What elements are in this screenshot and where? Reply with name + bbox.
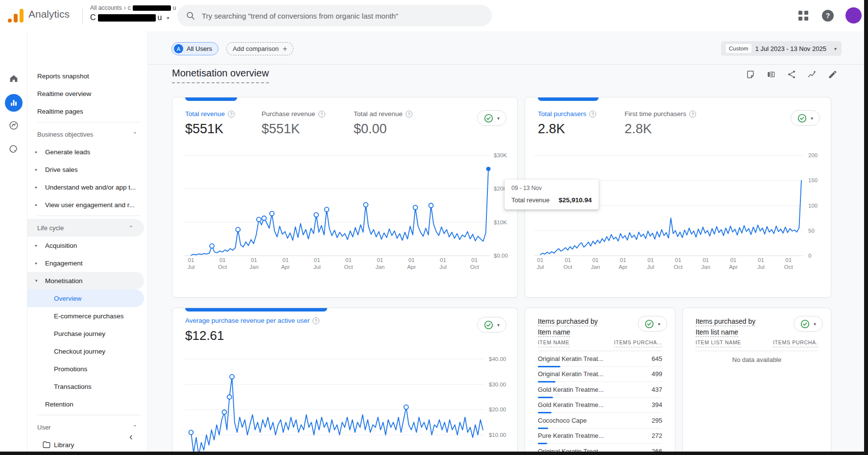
sidebar-item-label: Acquisition bbox=[45, 242, 77, 249]
expand-arrow-icon[interactable]: ▸ bbox=[35, 185, 38, 190]
svg-text:$20.00: $20.00 bbox=[489, 407, 506, 412]
sidebar-item-engagement[interactable]: ▸Engagement bbox=[27, 254, 148, 272]
sidebar-item-understand-web-and-or-app-t[interactable]: ▸Understand web and/or app t... bbox=[27, 178, 148, 196]
home-icon[interactable] bbox=[5, 70, 23, 87]
date-range-picker[interactable]: Custom 1 Jul 2023 - 13 Nov 2025 ▾ bbox=[721, 41, 842, 56]
advertising-icon[interactable] bbox=[5, 141, 23, 158]
chevron-down-icon: ▾ bbox=[814, 321, 816, 327]
sidebar-item-generate-leads[interactable]: ▸Generate leads bbox=[27, 143, 148, 161]
item-name: Original Keratin Treat... bbox=[538, 370, 603, 378]
total-revenue-line-chart[interactable]: $30K$20K$10K$0.0001Jul01Oct01Jan01Apr01J… bbox=[172, 97, 518, 298]
data-quality-chip[interactable]: ▾ bbox=[794, 316, 823, 332]
edit-icon[interactable] bbox=[827, 69, 839, 80]
sidebar-item-drive-sales[interactable]: ▸Drive sales bbox=[27, 161, 148, 178]
svg-text:01: 01 bbox=[471, 257, 478, 263]
svg-text:01: 01 bbox=[758, 257, 764, 263]
check-circle-icon bbox=[800, 319, 810, 329]
chevron-up-icon[interactable]: ⌃ bbox=[133, 131, 137, 138]
report-actions bbox=[745, 69, 839, 80]
expand-arrow-icon[interactable]: ▸ bbox=[35, 261, 38, 265]
expand-arrow-icon[interactable]: ▾ bbox=[35, 278, 38, 283]
sidebar-item-promotions[interactable]: Promotions bbox=[27, 360, 148, 378]
svg-text:Jul: Jul bbox=[537, 264, 544, 270]
top-app-bar: Analytics All accounts › c u C u ▾ ? bbox=[0, 0, 868, 31]
folder-icon bbox=[42, 440, 51, 449]
sidebar-item-life-cycle[interactable]: Life cycle⌃ bbox=[27, 219, 144, 237]
table-row[interactable]: Cocochoco Cape295 bbox=[538, 413, 662, 429]
search-input[interactable] bbox=[202, 12, 466, 20]
sidebar-item-user[interactable]: User⌃ bbox=[27, 418, 148, 436]
sidebar-item-label: Overview bbox=[54, 295, 81, 302]
scrollbar[interactable] bbox=[864, 0, 868, 455]
sidebar-item-label: Life cycle bbox=[37, 224, 64, 232]
property-selector[interactable]: C u ▾ bbox=[90, 13, 169, 22]
note-icon[interactable] bbox=[745, 69, 756, 80]
item-name: Cocochoco Cape bbox=[538, 417, 587, 424]
sidebar-item-reports-snapshot[interactable]: Reports snapshot bbox=[27, 67, 148, 85]
svg-text:Jul: Jul bbox=[757, 264, 765, 270]
column-header-items-purchased[interactable]: ITEMS PURCHA... bbox=[773, 339, 818, 347]
expand-arrow-icon[interactable]: ▸ bbox=[35, 202, 38, 207]
table-row[interactable]: Pure Keratin Treatme...272 bbox=[538, 429, 662, 444]
sidebar-item-business-objectives[interactable]: Business objectives⌃ bbox=[27, 125, 148, 143]
expand-arrow-icon[interactable]: ▸ bbox=[35, 243, 38, 248]
svg-text:Oct: Oct bbox=[470, 264, 480, 270]
sidebar-item-library[interactable]: Library bbox=[27, 436, 148, 454]
sidebar-item-monetisation[interactable]: ▾Monetisation bbox=[27, 272, 144, 289]
sidebar-item-label: Monetisation bbox=[45, 277, 83, 285]
table-row[interactable]: Gold Keratin Treatme...394 bbox=[538, 398, 662, 413]
sidebar-item-realtime-pages[interactable]: Realtime pages bbox=[27, 102, 148, 120]
expand-arrow-icon[interactable]: ▸ bbox=[35, 167, 38, 172]
svg-text:Jul: Jul bbox=[188, 264, 195, 270]
svg-text:01: 01 bbox=[219, 257, 226, 263]
column-header-item-list-name[interactable]: ITEM LIST NAME bbox=[696, 339, 741, 347]
explore-icon[interactable] bbox=[5, 117, 23, 134]
card-title[interactable]: Items purchased by Item name bbox=[538, 316, 598, 337]
sidebar-item-acquisition[interactable]: ▸Acquisition bbox=[27, 237, 148, 254]
sidebar-item-checkout-journey[interactable]: Checkout journey bbox=[27, 342, 148, 360]
add-comparison-button[interactable]: Add comparison + bbox=[226, 42, 293, 55]
sidebar-item-e-commerce-purchases[interactable]: E-commerce purchases bbox=[27, 307, 148, 325]
reports-icon[interactable] bbox=[5, 94, 23, 112]
analytics-logo-icon[interactable] bbox=[8, 8, 24, 24]
comparison-icon[interactable] bbox=[765, 69, 777, 80]
breadcrumb-separator-icon: › bbox=[124, 4, 126, 11]
apps-grid-icon[interactable] bbox=[798, 11, 808, 21]
expand-arrow-icon[interactable]: ▸ bbox=[35, 149, 38, 154]
sidebar-item-label: Library bbox=[54, 441, 74, 449]
column-header-item-name[interactable]: ITEM NAME bbox=[538, 339, 570, 347]
svg-text:$10K: $10K bbox=[494, 219, 507, 225]
svg-text:50: 50 bbox=[808, 228, 815, 234]
insights-icon[interactable] bbox=[806, 69, 818, 80]
tooltip-value: $25,910.94 bbox=[558, 196, 592, 204]
sidebar-item-retention[interactable]: Retention bbox=[27, 395, 148, 413]
chevron-up-icon[interactable]: ⌃ bbox=[129, 225, 133, 231]
item-mini-bar bbox=[538, 397, 553, 398]
chevron-up-icon[interactable]: ⌃ bbox=[133, 424, 137, 431]
column-header-items-purchased[interactable]: ITEMS PURCHA... bbox=[614, 339, 662, 347]
share-icon[interactable] bbox=[786, 69, 797, 80]
svg-text:$0.00: $0.00 bbox=[494, 253, 508, 259]
search-bar[interactable] bbox=[177, 5, 492, 26]
sidebar-item-transactions[interactable]: Transactions bbox=[27, 378, 148, 395]
svg-text:Oct: Oct bbox=[344, 264, 354, 270]
table-row[interactable]: Original Keratin Treat...499 bbox=[538, 367, 662, 383]
sidebar-item-label: Drive sales bbox=[45, 166, 78, 173]
table-row[interactable]: Gold Keratin Treatme...437 bbox=[538, 382, 662, 398]
all-users-segment-chip[interactable]: A All Users bbox=[171, 42, 218, 55]
items-purchased-value: 645 bbox=[651, 355, 662, 362]
help-icon[interactable]: ? bbox=[822, 10, 834, 22]
items-by-list-card: Items purchased by Item list name ▾ ITEM… bbox=[682, 308, 831, 455]
card-title[interactable]: Items purchased by Item list name bbox=[696, 316, 755, 337]
avg-purchase-revenue-line-chart[interactable]: $40.00$30.00$20.00$10.00 bbox=[172, 308, 518, 455]
sidebar-item-view-user-engagement-and-r[interactable]: ▸View user engagement and r... bbox=[27, 196, 148, 214]
breadcrumb-all-accounts[interactable]: All accounts bbox=[90, 4, 122, 11]
sidebar-item-overview[interactable]: Overview bbox=[27, 289, 144, 307]
sidebar-item-purchase-journey[interactable]: Purchase journey bbox=[27, 325, 148, 342]
avatar[interactable] bbox=[845, 7, 862, 24]
sidebar-item-realtime-overview[interactable]: Realtime overview bbox=[27, 85, 148, 102]
breadcrumb[interactable]: All accounts › c u bbox=[90, 4, 176, 11]
data-quality-chip[interactable]: ▾ bbox=[638, 316, 667, 332]
table-row[interactable]: Original Keratin Treat...645 bbox=[538, 351, 662, 367]
items-purchased-value: 394 bbox=[651, 401, 662, 408]
